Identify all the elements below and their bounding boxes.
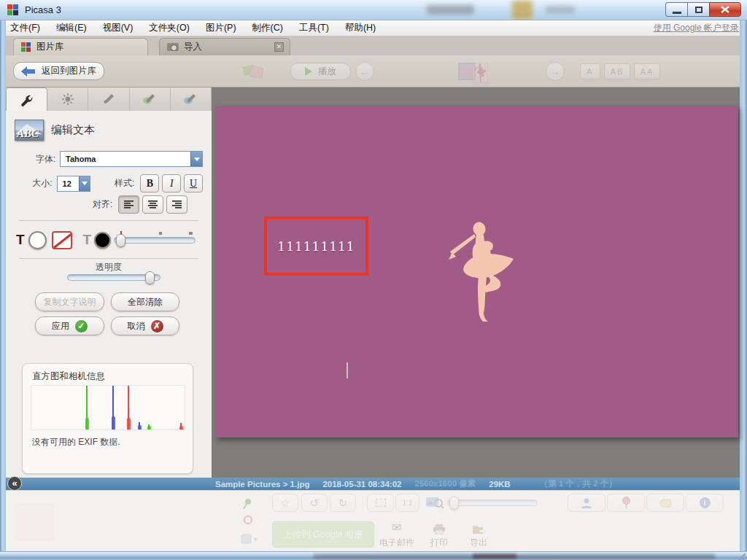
divider [19,258,198,259]
zoom-slider-thumb[interactable] [449,497,459,510]
picasa-logo-icon [7,4,19,16]
menu-item-help[interactable]: 帮助(H) [337,22,384,34]
tab-effects-1[interactable] [88,88,129,111]
histogram-title: 直方图和相机信息 [32,370,105,383]
background-blur [427,5,474,15]
cancel-button[interactable]: 取消 ✗ [111,316,179,335]
menu-item-file[interactable]: 文件(F) [2,22,48,34]
next-photo-button[interactable]: → [546,62,565,81]
text-fill-color-swatch[interactable] [28,231,47,249]
rotate-ccw-button[interactable]: ↺ [301,494,328,512]
font-select[interactable]: Tahoma [60,151,203,167]
close-icon[interactable]: ✕ [274,42,284,52]
tab-import-label: 导入 [184,41,202,53]
cancel-button-label: 取消 [128,320,145,332]
tab-tuning[interactable] [47,88,88,111]
back-button-label: 返回到图片库 [42,65,96,77]
minimize-icon [673,12,681,14]
tab-effects-2[interactable] [130,88,171,111]
chevron-down-icon[interactable] [190,152,202,166]
tab-library[interactable]: 图片库 [13,38,148,55]
clear-all-button[interactable]: 全部清除 [111,292,179,311]
copy-caption-button[interactable]: 复制文字说明 [35,292,104,311]
photo-canvas[interactable]: 111111111 [215,106,738,438]
thumb-size-medium-button[interactable]: AB [604,63,630,79]
outline-width-slider[interactable] [114,237,196,244]
title-bar: Picasa 3 [0,0,747,20]
brush-icon [102,93,115,106]
resize-grip[interactable] [737,553,746,560]
transparency-slider-thumb[interactable] [145,271,155,284]
align-right-button[interactable] [166,195,187,214]
play-button[interactable]: 播放 [290,63,351,80]
upload-button[interactable]: 上传到 Google 相册 [272,521,374,548]
fit-view-button[interactable] [367,494,394,512]
tray-thumbnail[interactable] [15,504,55,540]
menu-item-create[interactable]: 制作(C) [244,22,291,34]
tab-effects-3[interactable] [171,88,212,111]
thumbnail-next[interactable] [472,63,488,83]
status-filesize: 29KB [489,480,510,489]
minimize-button[interactable] [665,2,687,17]
menu-item-tools[interactable]: 工具(T) [291,22,337,34]
maximize-icon [695,7,703,13]
people-button[interactable] [568,494,605,512]
tab-import[interactable]: 导入 ✕ [159,38,290,55]
export-label: 导出 [461,537,496,549]
menu-item-picture[interactable]: 图片(P) [198,22,244,34]
collage-icon[interactable] [241,61,266,82]
apply-button[interactable]: 应用 ✓ [35,316,104,335]
actual-size-button[interactable]: 1:1 [395,494,419,512]
star-button[interactable]: ☆ [272,494,298,512]
menu-item-edit[interactable]: 编辑(E) [48,22,95,34]
email-button[interactable]: ✉ 电子邮件 [374,520,419,549]
align-center-button[interactable] [142,195,163,214]
geotag-button[interactable] [607,494,645,512]
style-label: 样式: [105,177,135,190]
underline-button[interactable]: U [184,174,203,192]
text-outline-color-swatch[interactable] [94,232,111,249]
slider-tick [189,232,193,235]
tag-button[interactable] [646,494,684,512]
exclude-circle-icon[interactable] [244,516,252,524]
chevron-down-icon[interactable] [79,176,90,191]
menu-item-folder[interactable]: 文件夹(O) [141,22,198,34]
italic-button[interactable]: I [162,174,181,192]
collapse-tray-button[interactable]: « [7,476,22,491]
font-size-select[interactable]: 12 [57,176,90,192]
thumb-size-small-button[interactable]: A [580,63,600,79]
tray-folder-button[interactable] [241,533,258,545]
transparency-slider[interactable] [67,274,160,281]
previous-photo-button[interactable]: ← [355,62,374,81]
status-datetime: 2018-05-31 08:34:02 [322,480,401,489]
tab-library-label: 图片库 [36,41,64,53]
export-icon [461,520,496,534]
print-button[interactable]: 打印 [423,520,455,549]
rotate-ccw-icon: ↺ [310,497,320,510]
photo-overlay-text: 111111111 [277,239,355,254]
edit-text-header: ABC 编辑文本 [15,120,95,141]
align-left-button[interactable] [118,195,139,214]
rotate-cw-button[interactable]: ↻ [330,494,356,512]
histogram-plot [31,385,185,430]
export-button[interactable]: 导出 [461,520,496,549]
properties-button[interactable]: i [686,494,724,512]
bold-button[interactable]: B [140,174,159,192]
geotag-pin-icon [622,497,631,509]
green-brush-icon [142,93,157,106]
close-button[interactable] [709,2,741,17]
pushpin-icon[interactable] [242,498,252,510]
back-to-library-button[interactable]: 返回到图片库 [13,62,104,80]
slider-tick [159,232,162,235]
close-icon [721,6,729,13]
google-signin-link[interactable]: 使用 Google 帐户登录 [654,22,739,34]
menu-item-view[interactable]: 视图(V) [95,22,142,34]
tab-basic-fixes[interactable] [6,88,47,111]
maximize-button[interactable] [687,2,709,17]
tool-tabs [6,88,212,111]
outline-width-slider-thumb[interactable] [116,234,125,247]
text-selection-box[interactable]: 111111111 [264,217,368,276]
zoom-slider[interactable] [447,499,538,506]
thumb-size-large-button[interactable]: AA [634,63,660,79]
no-outline-color-button[interactable] [52,231,72,249]
